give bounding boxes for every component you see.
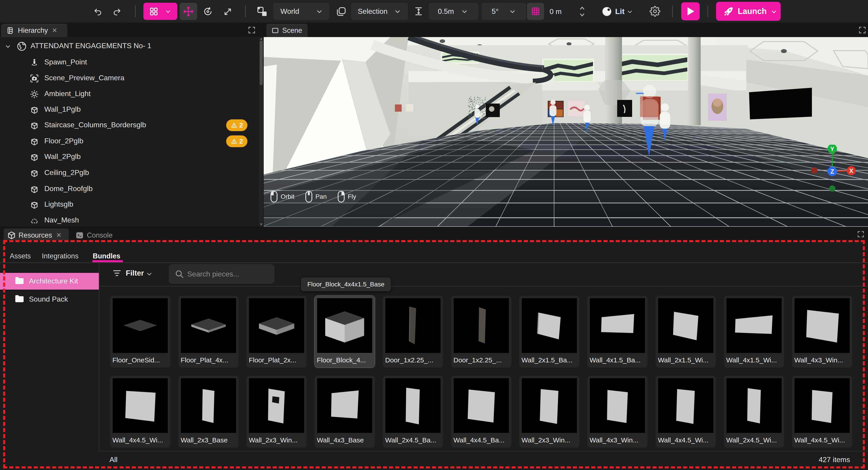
svg-text:Y: Y — [830, 146, 834, 152]
svg-text:Z: Z — [831, 168, 834, 175]
svg-text:X: X — [849, 167, 853, 174]
